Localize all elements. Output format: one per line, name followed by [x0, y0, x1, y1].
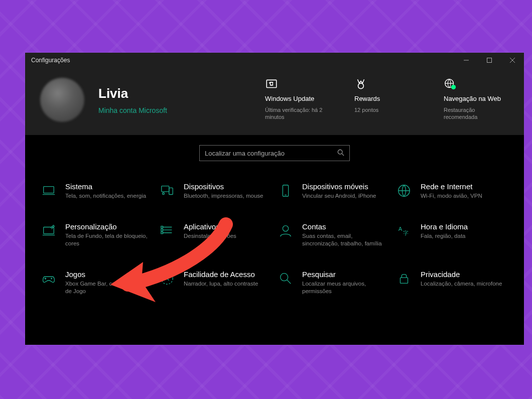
category-system[interactable]: Sistema Tela, som, notificações, energia	[40, 182, 154, 200]
category-title: Aplicativos	[184, 222, 236, 231]
search-icon	[277, 270, 294, 287]
category-subtitle: Desinstalar, padrões	[184, 232, 236, 240]
svg-point-5	[338, 150, 342, 154]
tile-subtitle: Última verificação: há 2 minutos	[265, 106, 330, 121]
category-subtitle: Bluetooth, impressoras, mouse	[184, 192, 263, 200]
category-subtitle: Narrador, lupa, alto contraste	[184, 280, 258, 288]
category-subtitle: Suas contas, email, sincronização, traba…	[302, 232, 387, 248]
category-gaming[interactable]: Jogos Xbox Game Bar, capturas, Modo de J…	[40, 270, 154, 296]
svg-point-9	[163, 193, 165, 195]
category-title: Contas	[302, 222, 387, 231]
tile-title: Windows Update	[265, 95, 330, 102]
category-search[interactable]: Pesquisar Localizar meus arquivos, permi…	[277, 270, 390, 296]
laptop-icon	[40, 182, 57, 199]
gamepad-icon	[40, 270, 57, 287]
header: Livia Minha conta Microsoft Windows Upda…	[25, 68, 524, 135]
svg-rect-7	[162, 186, 169, 192]
minimize-button[interactable]	[455, 53, 478, 68]
svg-text:字: 字	[403, 229, 409, 235]
category-title: Dispositivos móveis	[302, 182, 376, 191]
status-tiles: Windows Update Última verificação: há 2 …	[265, 78, 509, 122]
sync-icon	[265, 78, 278, 91]
svg-rect-13	[161, 226, 163, 228]
user-block: Livia Minha conta Microsoft	[98, 78, 251, 122]
apps-icon	[159, 222, 176, 239]
devices-icon	[159, 182, 176, 199]
globe-icon	[395, 182, 413, 199]
svg-rect-6	[44, 187, 54, 193]
category-subtitle: Xbox Game Bar, capturas, Modo de Jogo	[65, 280, 151, 296]
category-ease-of-access[interactable]: Facilidade de Acesso Narrador, lupa, alt…	[159, 270, 272, 296]
category-title: Personalização	[65, 222, 151, 231]
svg-rect-14	[161, 229, 163, 231]
category-accounts[interactable]: Contas Suas contas, email, sincronização…	[277, 222, 390, 248]
time-lang-icon: A字	[395, 222, 413, 239]
category-subtitle: Wi-Fi, modo avião, VPN	[421, 192, 482, 200]
category-title: Dispositivos	[184, 182, 263, 191]
titlebar: Configurações	[25, 53, 524, 68]
svg-point-19	[51, 278, 52, 279]
category-network[interactable]: Rede e Internet Wi-Fi, modo avião, VPN	[395, 182, 509, 200]
svg-point-2	[358, 83, 364, 89]
globe-badge-icon	[444, 78, 457, 91]
close-button[interactable]	[501, 53, 524, 68]
settings-window: Configurações Livia Minha conta Microsof…	[25, 53, 524, 345]
person-icon	[277, 222, 294, 239]
lock-icon	[395, 270, 413, 287]
categories-grid: Sistema Tela, som, notificações, energia…	[40, 182, 509, 296]
category-title: Facilidade de Acesso	[184, 270, 258, 279]
maximize-button[interactable]	[478, 53, 501, 68]
category-subtitle: Vincular seu Android, iPhone	[302, 192, 376, 200]
account-link[interactable]: Minha conta Microsoft	[98, 106, 251, 114]
category-subtitle: Tela de Fundo, tela de bloqueio, cores	[65, 232, 151, 248]
svg-text:A: A	[398, 226, 403, 232]
ease-icon	[159, 270, 176, 287]
phone-icon	[277, 182, 294, 199]
window-title: Configurações	[31, 57, 70, 64]
category-title: Sistema	[65, 182, 146, 191]
category-privacy[interactable]: Privacidade Localização, câmera, microfo…	[395, 270, 509, 296]
brush-icon	[40, 222, 57, 239]
category-devices[interactable]: Dispositivos Bluetooth, impressoras, mou…	[159, 182, 272, 200]
category-subtitle: Tela, som, notificações, energia	[65, 192, 146, 200]
body: Sistema Tela, som, notificações, energia…	[25, 135, 524, 345]
tile-web-browsing[interactable]: Navegação na Web Restauração recomendada	[444, 78, 509, 121]
svg-point-21	[281, 273, 288, 281]
tile-title: Navegação na Web	[444, 95, 509, 102]
category-title: Privacidade	[421, 270, 502, 279]
category-apps[interactable]: Aplicativos Desinstalar, padrões	[159, 222, 272, 248]
tile-subtitle: 12 pontos	[354, 106, 420, 113]
user-name: Livia	[98, 86, 251, 101]
svg-point-4	[451, 85, 456, 89]
category-title: Jogos	[65, 270, 151, 279]
svg-rect-0	[487, 58, 492, 63]
svg-rect-22	[401, 278, 408, 283]
category-title: Pesquisar	[302, 270, 387, 279]
svg-rect-8	[169, 188, 173, 194]
search-box[interactable]	[199, 145, 350, 161]
category-time-language[interactable]: A字 Hora e Idioma Fala, região, data	[395, 222, 509, 248]
svg-rect-1	[267, 80, 277, 87]
category-title: Rede e Internet	[421, 182, 482, 191]
svg-rect-15	[161, 231, 163, 233]
search-input[interactable]	[205, 150, 337, 157]
category-title: Hora e Idioma	[421, 222, 468, 231]
medal-icon	[354, 78, 367, 91]
tile-subtitle: Restauração recomendada	[444, 106, 509, 121]
category-subtitle: Localização, câmera, microfone	[421, 280, 502, 288]
category-personalization[interactable]: Personalização Tela de Fundo, tela de bl…	[40, 222, 154, 248]
svg-point-16	[283, 225, 288, 231]
category-subtitle: Fala, região, data	[421, 232, 468, 240]
category-mobile[interactable]: Dispositivos móveis Vincular seu Android…	[277, 182, 390, 200]
avatar[interactable]	[40, 78, 84, 122]
search-icon	[337, 149, 344, 158]
tile-windows-update[interactable]: Windows Update Última verificação: há 2 …	[265, 78, 330, 121]
tile-title: Rewards	[354, 95, 420, 102]
tile-rewards[interactable]: Rewards 12 pontos	[354, 78, 420, 113]
category-subtitle: Localizar meus arquivos, permissões	[302, 280, 387, 296]
